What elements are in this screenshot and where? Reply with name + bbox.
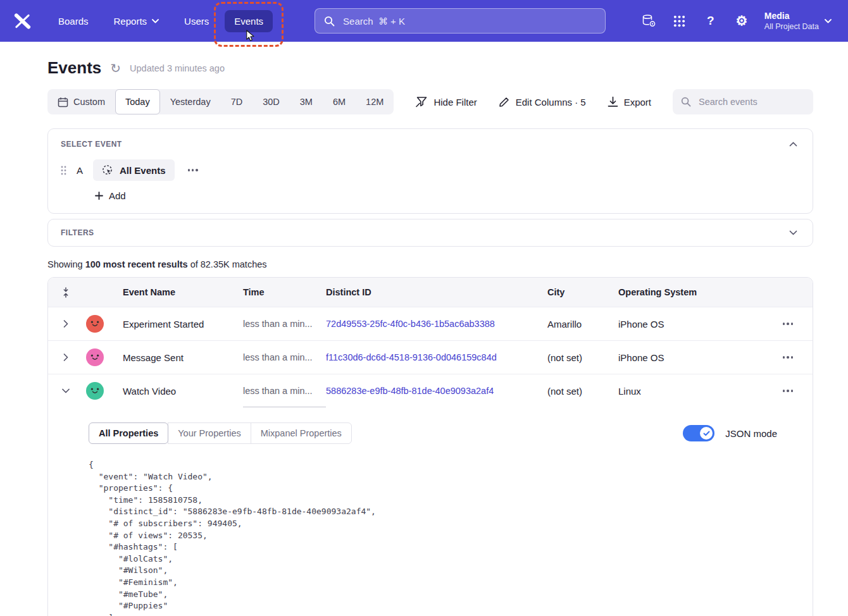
- table-header: Event Name Time Distinct ID City Operati…: [48, 278, 813, 307]
- event-name-cell: Message Sent: [123, 341, 243, 374]
- project-name: Media: [764, 10, 819, 22]
- all-events-icon: [102, 164, 113, 176]
- events-search[interactable]: [673, 89, 813, 114]
- column-header-event-name[interactable]: Event Name: [123, 278, 243, 307]
- date-range-12m[interactable]: 12M: [356, 89, 394, 114]
- more-options-icon[interactable]: [184, 166, 202, 173]
- expand-row-chevron-right-icon[interactable]: [48, 341, 84, 374]
- navbar-search[interactable]: [315, 8, 606, 34]
- event-name-cell: Watch Video: [123, 374, 243, 407]
- chevron-down-icon: [152, 19, 159, 23]
- date-range-7d[interactable]: 7D: [221, 89, 253, 114]
- project-subtitle: All Project Data: [764, 22, 819, 32]
- event-json-code: { "event": "Watch Video", "properties": …: [89, 459, 777, 616]
- table-row[interactable]: Experiment Started less than a min... 72…: [48, 307, 813, 340]
- avatar: [86, 348, 104, 366]
- download-icon: [608, 96, 618, 108]
- selected-event-name: All Events: [120, 165, 166, 176]
- city-cell: (not set): [547, 341, 618, 374]
- mixpanel-logo[interactable]: [14, 13, 31, 29]
- row-more-options-icon[interactable]: [779, 354, 797, 360]
- column-header-time[interactable]: Time: [243, 278, 326, 307]
- json-mode-toggle[interactable]: [683, 425, 714, 441]
- row-detail-panel: All Properties Your Properties Mixpanel …: [48, 407, 813, 616]
- time-cell: less than a min...: [243, 307, 326, 340]
- events-page: Events ↻ Updated 3 minutes ago Custom To…: [0, 42, 848, 616]
- date-range-label: Custom: [73, 97, 105, 107]
- project-switcher[interactable]: Media All Project Data: [764, 10, 832, 32]
- filters-panel: FILTERS: [47, 219, 813, 247]
- os-cell: iPhone OS: [618, 307, 763, 340]
- events-search-input[interactable]: [697, 96, 818, 108]
- avatar: [86, 315, 104, 333]
- expand-row-chevron-right-icon[interactable]: [48, 307, 84, 340]
- navbar-right: ? ⚙ Media All Project Data: [640, 10, 832, 32]
- calendar-icon: [58, 97, 68, 108]
- collapse-panel-button[interactable]: [787, 139, 800, 149]
- cursor-pointer-icon: [246, 30, 255, 42]
- time-cell: less than a min...: [243, 374, 326, 407]
- date-range-3m[interactable]: 3M: [290, 89, 323, 114]
- select-event-panel: SELECT EVENT A: [47, 128, 813, 214]
- refresh-icon[interactable]: ↻: [110, 62, 121, 75]
- collapse-all-rows-icon[interactable]: [48, 278, 84, 307]
- avatar: [86, 382, 104, 400]
- table-row[interactable]: Message Sent less than a min... f11c30d6…: [48, 340, 813, 374]
- navbar-search-input[interactable]: [342, 15, 596, 27]
- results-suffix: of 82.35K matches: [190, 259, 267, 269]
- hide-filter-button[interactable]: Hide Filter: [416, 96, 477, 108]
- apps-grid-icon[interactable]: [671, 13, 688, 29]
- collapse-row-chevron-down-icon[interactable]: [48, 374, 84, 407]
- city-cell: (not set): [547, 374, 618, 407]
- filters-title: FILTERS: [61, 228, 94, 237]
- date-range-custom[interactable]: Custom: [47, 89, 115, 114]
- chevron-down-icon: [789, 230, 797, 235]
- add-event-button[interactable]: Add: [91, 190, 130, 202]
- edit-columns-button[interactable]: Edit Columns · 5: [499, 96, 586, 108]
- tab-mixpanel-properties[interactable]: Mixpanel Properties: [251, 422, 352, 444]
- main-nav: Boards Reports Users Events: [49, 10, 273, 32]
- column-header-city[interactable]: City: [547, 278, 618, 307]
- time-cell: less than a min...: [243, 341, 326, 374]
- search-icon: [324, 16, 335, 27]
- nav-users[interactable]: Users: [175, 10, 218, 32]
- nav-events[interactable]: Events: [225, 10, 273, 32]
- date-range-control: Custom Today Yesterday 7D 30D 3M 6M 12M: [47, 89, 394, 114]
- distinct-id-link[interactable]: 72d49553-25fc-4f0c-b436-1b5ac6ab3388: [326, 319, 495, 329]
- distinct-id-link[interactable]: f11c30d6-dc6d-4518-9136-0d046159c84d: [326, 352, 497, 362]
- page-title: Events: [47, 58, 101, 78]
- drag-handle-icon[interactable]: [61, 166, 66, 175]
- distinct-id-link[interactable]: 5886283e-e9fb-48fb-81de-40e9093a2af4: [326, 386, 494, 396]
- data-management-icon[interactable]: [640, 13, 657, 29]
- column-header-distinct-id[interactable]: Distinct ID: [326, 278, 547, 307]
- nav-boards[interactable]: Boards: [49, 10, 98, 32]
- table-row-expanded[interactable]: Watch Video less than a min... 5886283e-…: [48, 374, 813, 407]
- event-name-cell: Experiment Started: [123, 307, 243, 340]
- tab-all-properties[interactable]: All Properties: [89, 422, 168, 444]
- event-row-label: A: [76, 165, 84, 176]
- nav-reports[interactable]: Reports: [104, 10, 169, 32]
- date-range-today[interactable]: Today: [115, 89, 160, 114]
- date-range-30d[interactable]: 30D: [253, 89, 290, 114]
- event-selector-chip[interactable]: All Events: [93, 159, 175, 181]
- help-icon[interactable]: ?: [702, 13, 719, 29]
- settings-gear-icon[interactable]: ⚙: [733, 13, 750, 29]
- chevron-up-icon: [789, 142, 797, 147]
- filter-icon: [416, 96, 428, 108]
- events-table: Event Name Time Distinct ID City Operati…: [47, 277, 813, 616]
- row-more-options-icon[interactable]: [779, 320, 797, 327]
- json-mode-label: JSON mode: [725, 428, 777, 439]
- expand-filters-button[interactable]: [787, 228, 800, 238]
- tab-your-properties[interactable]: Your Properties: [168, 422, 251, 444]
- row-more-options-icon[interactable]: [779, 387, 797, 394]
- export-button[interactable]: Export: [608, 96, 651, 108]
- plus-icon: [95, 192, 103, 200]
- results-prefix: Showing: [47, 259, 83, 269]
- export-label: Export: [624, 97, 651, 108]
- date-range-yesterday[interactable]: Yesterday: [160, 89, 221, 114]
- nav-events-wrap: Events: [225, 10, 273, 32]
- date-range-6m[interactable]: 6M: [323, 89, 356, 114]
- os-cell: Linux: [618, 374, 763, 407]
- column-header-os[interactable]: Operating System: [618, 278, 763, 307]
- results-count: 100 most recent results: [85, 259, 188, 269]
